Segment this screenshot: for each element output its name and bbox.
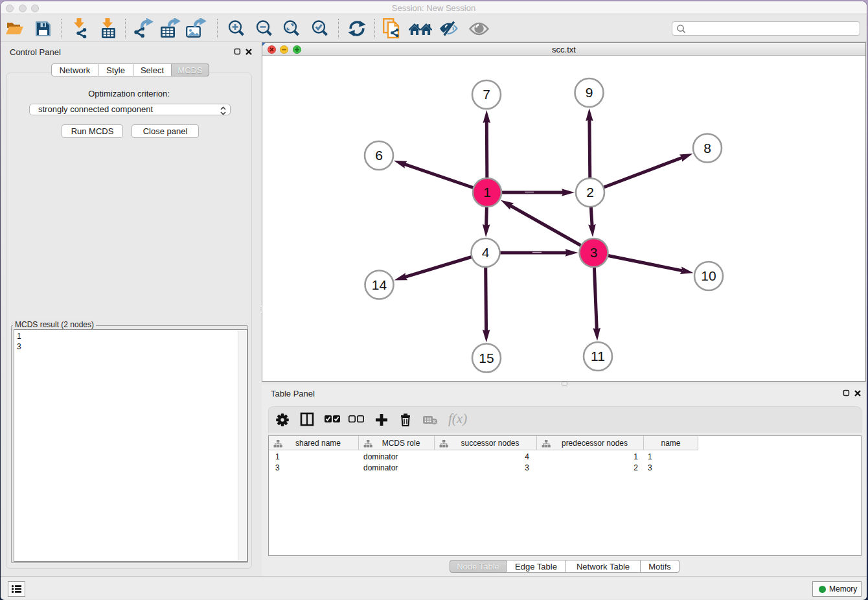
svg-text:2: 2 <box>586 185 594 200</box>
svg-text:10: 10 <box>701 268 716 283</box>
svg-text:15: 15 <box>479 351 494 365</box>
svg-text:3: 3 <box>590 245 598 260</box>
svg-text:4: 4 <box>482 245 490 260</box>
svg-text:9: 9 <box>586 85 593 100</box>
svg-text:1: 1 <box>483 185 491 200</box>
svg-text:6: 6 <box>375 148 383 163</box>
svg-text:7: 7 <box>483 87 490 102</box>
svg-text:11: 11 <box>591 349 605 363</box>
svg-text:14: 14 <box>372 277 387 292</box>
svg-text:8: 8 <box>703 141 711 156</box>
